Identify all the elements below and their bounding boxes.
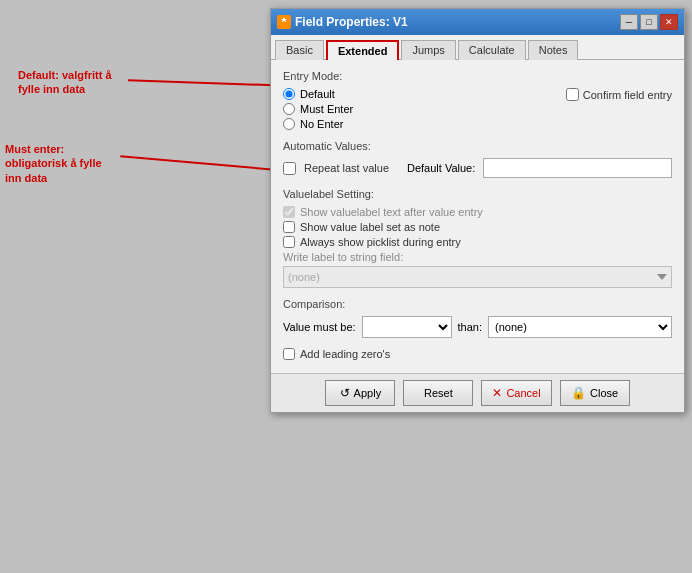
close-button[interactable]: 🔒 Close — [560, 380, 630, 406]
apply-icon: ↺ — [340, 386, 350, 400]
tab-extended[interactable]: Extended — [326, 40, 400, 60]
show-valuelabel-row: Show valuelabel text after value entry — [283, 206, 672, 218]
apply-button[interactable]: ↺ Apply — [325, 380, 395, 406]
annotation-default: Default: valgfritt å fylle inn data — [18, 68, 128, 97]
valuelabel-setting-label: Valuelabel Setting: — [283, 188, 672, 202]
tab-notes[interactable]: Notes — [528, 40, 579, 60]
write-label-text: Write label to string field: — [283, 251, 672, 263]
add-leading-zeros-label: Add leading zero's — [300, 348, 390, 360]
radio-noenter-label: No Enter — [300, 118, 343, 130]
value-must-be-label: Value must be: — [283, 321, 356, 333]
default-value-input[interactable] — [483, 158, 672, 178]
repeat-last-value-checkbox[interactable] — [283, 162, 296, 175]
button-bar: ↺ Apply Reset ✕ Cancel 🔒 Close — [271, 373, 684, 412]
show-valuelabel-checkbox[interactable] — [283, 206, 295, 218]
annotation-mustenter-line — [120, 155, 275, 170]
confirm-field-entry-row: Confirm field entry — [566, 88, 672, 101]
radio-noenter[interactable] — [283, 118, 295, 130]
always-show-picklist-checkbox[interactable] — [283, 236, 295, 248]
default-value-label: Default Value: — [407, 162, 475, 174]
tab-calculate[interactable]: Calculate — [458, 40, 526, 60]
dialog-content: Entry Mode: Default Must Enter No Enter — [271, 60, 684, 373]
title-icon — [277, 15, 291, 29]
maximize-button[interactable]: □ — [640, 14, 658, 30]
than-label: than: — [458, 321, 482, 333]
cancel-icon: ✕ — [492, 386, 502, 400]
reset-button[interactable]: Reset — [403, 380, 473, 406]
radio-row-default: Default — [283, 88, 353, 100]
show-value-label-note-label: Show value label set as note — [300, 221, 440, 233]
annotation-default-line — [128, 79, 288, 86]
annotation-mustenter: Must enter: obligatorisk å fylle inn dat… — [5, 142, 120, 185]
comparison-section: Comparison: Value must be: than: (none) — [283, 298, 672, 338]
valuelabel-section: Valuelabel Setting: Show valuelabel text… — [283, 188, 672, 288]
radio-default-label: Default — [300, 88, 335, 100]
entry-mode-radio-group: Default Must Enter No Enter — [283, 88, 353, 130]
confirm-field-entry-label: Confirm field entry — [583, 89, 672, 101]
minimize-button[interactable]: ─ — [620, 14, 638, 30]
automatic-values-label: Automatic Values: — [283, 140, 672, 154]
show-value-label-note-row: Show value label set as note — [283, 221, 672, 233]
radio-row-noenter: No Enter — [283, 118, 353, 130]
tab-basic[interactable]: Basic — [275, 40, 324, 60]
radio-row-mustenter: Must Enter — [283, 103, 353, 115]
show-valuelabel-label: Show valuelabel text after value entry — [300, 206, 483, 218]
close-icon: 🔒 — [571, 386, 586, 400]
entry-mode-section: Entry Mode: Default Must Enter No Enter — [283, 70, 672, 130]
tab-jumps[interactable]: Jumps — [401, 40, 455, 60]
apply-label: Apply — [354, 387, 382, 399]
add-leading-zeros-checkbox[interactable] — [283, 348, 295, 360]
cancel-label: Cancel — [506, 387, 540, 399]
show-value-label-note-checkbox[interactable] — [283, 221, 295, 233]
write-label-dropdown[interactable]: (none) — [283, 266, 672, 288]
value-must-be-dropdown[interactable] — [362, 316, 452, 338]
automatic-values-section: Automatic Values: Repeat last value Defa… — [283, 140, 672, 178]
close-label: Close — [590, 387, 618, 399]
entry-mode-label: Entry Mode: — [283, 70, 672, 84]
repeat-last-value-label: Repeat last value — [304, 162, 389, 174]
cancel-button[interactable]: ✕ Cancel — [481, 380, 551, 406]
radio-default[interactable] — [283, 88, 295, 100]
title-bar: Field Properties: V1 ─ □ ✕ — [271, 9, 684, 35]
reset-label: Reset — [424, 387, 453, 399]
dialog-field-properties: Field Properties: V1 ─ □ ✕ Basic Extende… — [270, 8, 685, 413]
radio-mustenter-label: Must Enter — [300, 103, 353, 115]
close-x-button[interactable]: ✕ — [660, 14, 678, 30]
confirm-field-entry-checkbox[interactable] — [566, 88, 579, 101]
always-show-picklist-row: Always show picklist during entry — [283, 236, 672, 248]
always-show-picklist-label: Always show picklist during entry — [300, 236, 461, 248]
radio-mustenter[interactable] — [283, 103, 295, 115]
comparison-label: Comparison: — [283, 298, 672, 312]
tab-bar: Basic Extended Jumps Calculate Notes — [271, 35, 684, 60]
dialog-title: Field Properties: V1 — [295, 15, 408, 29]
than-dropdown[interactable]: (none) — [488, 316, 672, 338]
add-leading-zeros-row: Add leading zero's — [283, 348, 672, 360]
